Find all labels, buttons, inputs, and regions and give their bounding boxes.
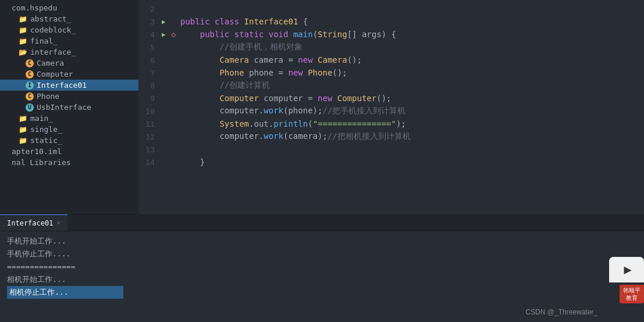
class-i-icon: I [26,81,34,90]
code-line-7: 7 Phone phone = new Phone(); [138,66,644,79]
sidebar-item-final[interactable]: 📁 final_ [0,35,138,46]
file-label: apter10.iml [12,147,62,156]
code-text: Camera camera = new Camera(); [180,55,362,65]
folder-label: single_ [30,125,62,134]
class-label: Camera [37,59,64,67]
sidebar-item-computer[interactable]: C Computer [0,69,138,80]
code-text: //创建计算机 [180,80,270,91]
watermark-play-button[interactable]: ▶ [609,257,644,282]
tab-label: Interface01 [7,219,53,227]
sidebar-item-camera[interactable]: C Camera [0,58,138,69]
line-number: 14 [138,158,162,167]
class-label: Phone [37,92,59,101]
watermark-badge: 韩顺平教育 [620,285,644,303]
class-label: Computer [37,70,73,78]
code-line-9: 9 Computer computer = new Computer(); [138,92,644,105]
code-area[interactable]: 2 3 ▶ public class Interface01 { 4 ▶ ◇ p… [138,0,644,214]
code-text: computer.work(camera);//把相机接入到计算机 [180,131,411,142]
sidebar-item-single[interactable]: 📁 single_ [0,124,138,135]
folder-label: final_ [30,37,58,45]
close-tab-button[interactable]: × [56,219,61,227]
folder-icon: 📁 [19,15,27,23]
csdn-label: CSDN @_Threewater_ [525,308,597,316]
line-number: 10 [138,107,162,116]
code-line-10: 10 computer.work(phone);//把手机接入到计算机 [138,105,644,117]
sidebar-item-libraries[interactable]: nal Libraries [0,157,138,168]
code-line-3: 3 ▶ public class Interface01 { [138,15,644,28]
folder-label: main_ [30,114,53,123]
line-number: 5 [138,43,162,52]
output-line-3: =============== [7,260,637,273]
line-number: 9 [138,94,162,103]
sidebar-item-main[interactable]: 📁 main_ [0,113,138,124]
code-line-4: 4 ▶ ◇ public static void main(String[] a… [138,28,644,41]
class-c-icon: C [26,92,34,101]
class-label: Interface01 [37,81,87,90]
code-line-12: 12 computer.work(camera);//把相机接入到计算机 [138,130,644,143]
bottom-tabs: Interface01 × [0,215,644,231]
code-line-5: 5 //创建手机，相机对象 [138,41,644,53]
line-number: 2 [138,5,162,13]
output-line-2: 手机停止工作.... [7,248,637,260]
sidebar-item-iml[interactable]: apter10.iml [0,146,138,157]
folder-icon: 📁 [19,126,27,134]
sidebar-item-usbinterface[interactable]: U UsbInterface [0,102,138,113]
line-number: 7 [138,69,162,77]
watermark-container: ▶ 韩顺平教育 [609,257,644,303]
line-number: 13 [138,145,162,154]
sidebar-item-codeblock[interactable]: 📁 codeblock_ [0,24,138,35]
code-text: computer.work(phone);//把手机接入到计算机 [180,106,405,116]
run-arrow[interactable]: ▶ [162,18,171,26]
code-line-8: 8 //创建计算机 [138,79,644,92]
package-label: com.hspedu [12,3,57,12]
line-number: 6 [138,56,162,65]
folder-icon: 📁 [19,137,27,145]
line-number: 11 [138,120,162,128]
code-line-11: 11 System.out.println("===============")… [138,117,644,130]
code-text: Phone phone = new Phone(); [180,68,347,77]
output-line-5: 相机停止工作... [7,286,123,299]
main-area: com.hspedu 📁 abstract_ 📁 codeblock_ 📁 fi… [0,0,644,214]
sidebar-item-static[interactable]: 📁 static_ [0,135,138,146]
line-number: 8 [138,81,162,90]
libraries-label: nal Libraries [12,158,71,167]
code-text: System.out.println("==============="); [180,119,406,128]
folder-icon: 📁 [19,115,27,123]
tab-interface01[interactable]: Interface01 × [0,214,67,231]
code-text: //创建手机，相机对象 [180,42,303,52]
class-c-icon: C [26,70,34,78]
code-editor: 2 3 ▶ public class Interface01 { 4 ▶ ◇ p… [138,0,644,214]
code-text: Computer computer = new Computer(); [180,94,392,103]
line-number: 12 [138,133,162,141]
bp-icon: ◇ [171,30,180,39]
folder-label: codeblock_ [30,26,76,34]
class-label: UsbInterface [37,103,91,112]
folder-label: interface_ [30,48,76,56]
output-line-1: 手机开始工作... [7,235,637,248]
class-u-icon: U [26,103,34,112]
folder-icon: 📁 [19,26,27,34]
line-number: 4 [138,30,162,39]
folder-label: static_ [30,136,62,145]
output-line-4: 相机开始工作... [7,273,637,286]
sidebar-item-interface[interactable]: 📂 interface_ [0,46,138,58]
folder-open-icon: 📂 [19,48,27,56]
code-line-14: 14 } [138,156,644,169]
folder-label: abstract_ [30,15,71,23]
class-c-icon: C [26,59,34,67]
code-text: public class Interface01 { [180,17,308,26]
sidebar-item-phone[interactable]: C Phone [0,91,138,102]
line-number: 3 [138,17,162,26]
code-line-2: 2 [138,2,644,15]
folder-icon: 📁 [19,37,27,45]
sidebar-item-interface01[interactable]: I Interface01 [0,80,138,91]
sidebar-item-abstract[interactable]: 📁 abstract_ [0,13,138,24]
code-text: public static void main(String[] args) { [180,30,396,39]
run-arrow[interactable]: ▶ [162,31,171,38]
code-text: } [180,158,205,167]
sidebar-item-package[interactable]: com.hspedu [0,2,138,13]
code-line-6: 6 Camera camera = new Camera(); [138,53,644,66]
file-tree-sidebar: com.hspedu 📁 abstract_ 📁 codeblock_ 📁 fi… [0,0,138,214]
bottom-panel: Interface01 × 手机开始工作... 手机停止工作.... =====… [0,214,644,322]
code-line-13: 13 [138,143,644,156]
